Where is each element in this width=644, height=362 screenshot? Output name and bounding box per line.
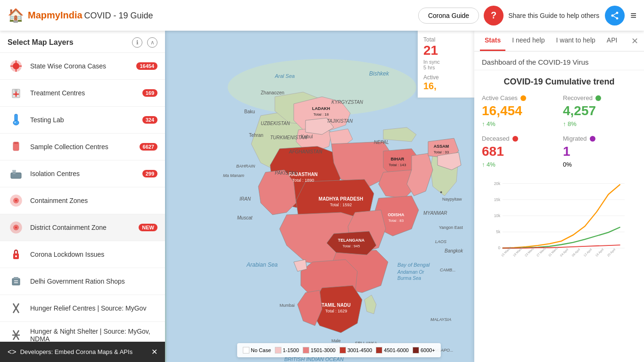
legend-no-case: No Case (243, 347, 271, 354)
legend-1501-3000: 1501-3000 (303, 347, 336, 354)
layer-containment[interactable]: Containment Zones (0, 187, 165, 214)
home-icon[interactable]: 🏠 (8, 8, 24, 23)
panel-close-button[interactable]: ✕ (631, 36, 638, 46)
svg-text:Andaman Or: Andaman Or (397, 269, 424, 275)
svg-text:TAMIL NADU: TAMIL NADU (322, 303, 350, 308)
header: 🏠 MapmyIndiaCOVID - 19 Guide Corona Guid… (0, 0, 644, 31)
sidebar-header: Select Map Layers ℹ ∧ (0, 31, 165, 53)
svg-text:MALAYSIA: MALAYSIA (430, 317, 451, 322)
isolation-icon (8, 165, 25, 182)
active-cases-value: 16,454 (482, 103, 555, 118)
svg-text:ODISHA: ODISHA (388, 212, 405, 217)
svg-text:16 April: 16 April (594, 248, 604, 258)
tab-want-help[interactable]: I want to help (552, 31, 600, 51)
logo: MapmyIndiaCOVID - 19 Guide (28, 10, 153, 21)
ration-label: Delhi Government Ration Shops (30, 278, 157, 285)
layer-state-corona[interactable]: State Wise Corona Cases 16454 (0, 53, 165, 80)
layer-sample[interactable]: Sample Collection Centres 6627 (0, 134, 165, 160)
svg-point-78 (15, 227, 17, 228)
help-circle-button[interactable]: ? (484, 6, 504, 25)
svg-text:Total : 1890: Total : 1890 (292, 178, 314, 183)
svg-text:Bangkok: Bangkok (445, 248, 463, 253)
svg-text:Total : 33: Total : 33 (434, 150, 449, 154)
hunger-icon (8, 300, 25, 317)
legend-box-4501-6000 (376, 347, 382, 354)
legend-label-1501-3000: 1501-3000 (311, 347, 336, 353)
legend-label-3001-4500: 3001-4500 (347, 347, 372, 353)
legend-box-1501-3000 (303, 347, 309, 354)
layer-hunger[interactable]: Hunger Relief Centres | Source: MyGov (0, 295, 165, 322)
svg-text:Ma Manam: Ma Manam (223, 173, 245, 178)
chart-area: 20k 15k 10k 5k 0 15 March 19 March 23 Ma… (482, 176, 636, 279)
dev-banner-close[interactable]: ✕ (151, 347, 157, 356)
share-button[interactable] (605, 6, 625, 25)
dev-banner[interactable]: <> Developers: Embed Corona Maps & APIs … (0, 342, 165, 362)
legend-3001-4500: 3001-4500 (339, 347, 372, 354)
migrated-change: 0% (563, 161, 636, 168)
svg-point-75 (15, 200, 17, 202)
svg-text:20k: 20k (494, 181, 501, 186)
svg-rect-61 (15, 89, 17, 92)
layer-ration[interactable]: Delhi Government Ration Shops (0, 268, 165, 295)
map-legend: No Case 1-1500 1501-3000 3001-4500 4501-… (237, 343, 441, 357)
legend-1-1500: 1-1500 (275, 347, 299, 354)
svg-text:Yangon East: Yangon East (439, 225, 463, 230)
treatment-label: Treatment Centres (30, 89, 139, 97)
state-corona-label: State Wise Corona Cases (30, 62, 132, 70)
collapse-icon[interactable]: ∧ (147, 37, 157, 48)
svg-text:KYRGYZSTAN: KYRGYZSTAN (331, 100, 363, 105)
tab-stats[interactable]: Stats (480, 31, 505, 51)
legend-6000plus: 6000+ (413, 347, 435, 354)
sidebar-header-icons: ℹ ∧ (132, 37, 157, 48)
svg-text:AFGHANISTAN: AFGHANISTAN (289, 149, 322, 154)
lockdown-icon (8, 246, 25, 263)
deceased-value: 681 (482, 144, 555, 159)
svg-text:5k: 5k (496, 229, 501, 234)
sidebar: Select Map Layers ℹ ∧ State Wise Corona … (0, 31, 165, 362)
svg-text:Bishkek: Bishkek (369, 70, 389, 77)
corona-guide-button[interactable]: Corona Guide (418, 8, 479, 24)
svg-text:Total : 945: Total : 945 (343, 244, 360, 248)
layer-isolation[interactable]: Isolation Centres 299 (0, 160, 165, 187)
svg-text:Total : 18: Total : 18 (314, 112, 329, 117)
layer-testing[interactable]: Testing Lab 324 (0, 107, 165, 134)
info-icon[interactable]: ℹ (132, 37, 142, 48)
svg-text:Tehran: Tehran (249, 133, 264, 138)
district-containment-badge: NEW (139, 224, 157, 231)
svg-text:Male: Male (331, 338, 341, 343)
svg-text:ASSAM: ASSAM (434, 144, 449, 149)
svg-text:Mumbai: Mumbai (280, 303, 295, 308)
layer-treatment[interactable]: Treatment Centres 169 (0, 80, 165, 107)
sample-label: Sample Collection Centres (30, 143, 136, 151)
recovered-value: 4,257 (563, 103, 636, 118)
svg-rect-81 (12, 278, 20, 285)
svg-text:BIHAR: BIHAR (391, 157, 405, 161)
svg-text:Burma Sea: Burma Sea (397, 276, 421, 281)
svg-text:LAOS: LAOS (435, 239, 446, 244)
svg-text:TAJIKISTAN: TAJIKISTAN (327, 118, 353, 124)
menu-button[interactable]: ≡ (630, 9, 636, 22)
legend-box-no-case (243, 347, 249, 354)
migrated-value: 1 (563, 144, 636, 159)
svg-point-55 (13, 63, 19, 69)
svg-rect-82 (14, 277, 18, 279)
svg-text:LADAKH: LADAKH (312, 106, 330, 111)
legend-4501-6000: 4501-6000 (376, 347, 409, 354)
active-number: 16, (423, 81, 469, 92)
svg-text:CAMB...: CAMB... (440, 268, 456, 272)
svg-text:0: 0 (498, 245, 501, 250)
svg-text:BAHRAIN: BAHRAIN (236, 164, 256, 168)
svg-text:Aral Sea: Aral Sea (274, 73, 295, 79)
total-number: 21 (423, 43, 469, 58)
svg-point-66 (15, 122, 16, 123)
tab-need-help[interactable]: I need help (507, 31, 549, 51)
layer-district-containment[interactable]: District Containment Zone NEW (0, 214, 165, 241)
layer-lockdown[interactable]: Corona Lockdown Issues (0, 241, 165, 268)
stat-recovered: Recovered 4,257 ↑ 8% (563, 94, 636, 127)
share-text[interactable]: Share this Guide to help others (508, 12, 599, 19)
tab-api[interactable]: API (602, 31, 622, 51)
deceased-dot (512, 136, 518, 142)
legend-label-4501-6000: 4501-6000 (384, 347, 409, 353)
shelter-icon (8, 327, 25, 344)
lockdown-label: Corona Lockdown Issues (30, 251, 157, 258)
